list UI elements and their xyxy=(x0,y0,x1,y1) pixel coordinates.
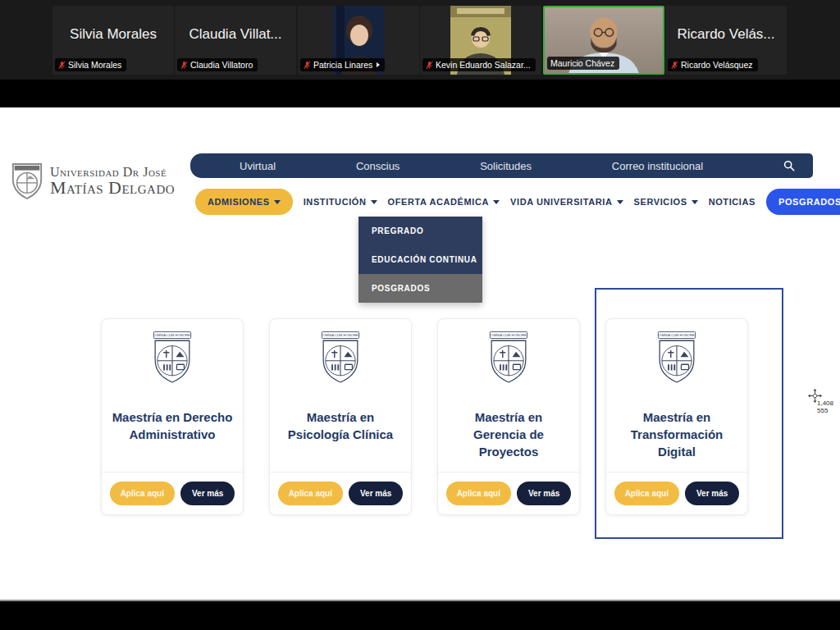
menu-item-noticias[interactable]: NOTICIAS xyxy=(709,197,756,207)
program-title: Maestría en Gerencia de Proyectos xyxy=(438,409,579,460)
participant-name-label: Patricia Linares xyxy=(300,58,385,71)
program-title: Maestría en Derecho Administrativo xyxy=(102,409,243,443)
zoom-meeting-window: Silvia Morales Silvia Morales Claudia Vi… xyxy=(0,0,840,630)
search-icon[interactable] xyxy=(783,160,795,171)
menu-item-vida-universitaria[interactable]: VIDA UNIVERSITARIA xyxy=(510,197,623,207)
apply-here-button[interactable]: Aplica aquí xyxy=(446,482,511,505)
participant-tile-claudia[interactable]: Claudia Villat... Claudia Villatoro xyxy=(175,6,296,75)
apply-here-button[interactable]: Aplica aquí xyxy=(614,482,679,505)
university-logo[interactable]: Universidad Dr José Matías Delgado xyxy=(10,162,175,200)
university-crest-icon: OMNIA CUM HONORE xyxy=(148,330,196,387)
program-card-gerencia-proyectos: OMNIA CUM HONORE Maestría en Gerencia de… xyxy=(437,318,580,515)
svg-text:OMNIA CUM HONORE: OMNIA CUM HONORE xyxy=(491,333,527,337)
participant-tile-patricia[interactable]: Patricia Linares xyxy=(298,6,419,75)
mic-muted-icon xyxy=(58,61,66,70)
mic-muted-icon xyxy=(304,61,311,70)
participant-display-name: Claudia Villat... xyxy=(175,6,296,63)
oferta-academica-dropdown: PREGRADO EDUCACIÓN CONTINUA POSGRADOS xyxy=(358,217,482,303)
link-conscius[interactable]: Conscius xyxy=(356,160,399,172)
dropdown-item-educacion-continua[interactable]: EDUCACIÓN CONTINUA xyxy=(358,245,482,274)
apply-here-button[interactable]: Aplica aquí xyxy=(110,482,175,505)
program-title: Maestría en Transformación Digital xyxy=(606,409,747,460)
svg-text:OMNIA CUM HONORE: OMNIA CUM HONORE xyxy=(659,333,695,337)
participant-display-name: Silvia Morales xyxy=(52,6,174,63)
see-more-button[interactable]: Ver más xyxy=(349,482,403,505)
see-more-button[interactable]: Ver más xyxy=(685,482,739,505)
card-actions: Aplica aquí Ver más xyxy=(606,472,747,514)
participant-display-name: Ricardo Velás... xyxy=(665,6,787,63)
university-seal-icon xyxy=(10,162,44,200)
quick-links-bar: Uvirtual Conscius Solicitudes Correo ins… xyxy=(190,153,813,178)
participant-tile-silvia[interactable]: Silvia Morales Silvia Morales xyxy=(52,6,174,75)
link-uvirtual[interactable]: Uvirtual xyxy=(240,160,276,172)
card-actions: Aplica aquí Ver más xyxy=(438,472,579,514)
participant-name-label: Ricardo Velásquez xyxy=(668,58,758,71)
menu-item-admisiones[interactable]: ADMISIONES xyxy=(195,189,293,215)
svg-text:OMNIA CUM HONORE: OMNIA CUM HONORE xyxy=(322,333,358,337)
chevron-down-icon xyxy=(617,200,623,204)
dropdown-item-pregrado[interactable]: PREGRADO xyxy=(358,217,482,245)
chevron-down-icon xyxy=(692,200,698,204)
program-card-transformacion-digital: OMNIA CUM HONORE Maestría en Transformac… xyxy=(605,318,748,515)
participant-tile-mauricio-active-speaker[interactable]: Mauricio Chávez xyxy=(543,6,664,75)
participant-name-label: Kevin Eduardo Salazar... xyxy=(422,58,536,71)
university-crest-icon: OMNIA CUM HONORE xyxy=(485,330,532,387)
logo-line-2: Matías Delgado xyxy=(50,179,175,197)
university-crest-icon: OMNIA CUM HONORE xyxy=(317,330,364,387)
dropdown-item-posgrados[interactable]: POSGRADOS xyxy=(358,274,482,303)
menu-item-servicios[interactable]: SERVICIOS xyxy=(634,197,698,207)
program-card-psicologia-clinica: OMNIA CUM HONORE Maestría en Psicología … xyxy=(269,318,412,515)
participant-name-label: Mauricio Chávez xyxy=(547,57,619,70)
university-logo-text: Universidad Dr José Matías Delgado xyxy=(50,166,175,198)
participant-strip: Silvia Morales Silvia Morales Claudia Vi… xyxy=(0,0,840,80)
drag-width-value: 1,408 xyxy=(817,399,840,407)
shared-screen-webpage: Universidad Dr José Matías Delgado Uvirt… xyxy=(0,107,840,601)
mic-muted-icon xyxy=(426,61,433,70)
chevron-down-icon xyxy=(493,200,500,204)
svg-text:OMNIA CUM HONORE: OMNIA CUM HONORE xyxy=(154,333,190,337)
mic-muted-icon xyxy=(180,61,188,70)
card-actions: Aplica aquí Ver más xyxy=(270,472,411,514)
university-crest-icon: OMNIA CUM HONORE xyxy=(653,330,701,387)
participant-tile-ricardo[interactable]: Ricardo Velás... Ricardo Velásquez xyxy=(665,6,787,75)
link-solicitudes[interactable]: Solicitudes xyxy=(480,160,532,172)
participant-tile-kevin[interactable]: Kevin Eduardo Salazar... xyxy=(420,6,541,75)
menu-item-institucion[interactable]: INSTITUCIÓN xyxy=(304,197,377,207)
see-more-button[interactable]: Ver más xyxy=(517,482,571,505)
menu-item-posgrados[interactable]: POSGRADOS xyxy=(766,189,840,215)
link-correo-institucional[interactable]: Correo institucional xyxy=(612,160,703,172)
mic-muted-icon xyxy=(671,61,678,70)
cursor-annotation: 1,408 555 xyxy=(808,389,840,414)
chevron-down-icon xyxy=(274,200,281,204)
see-more-button[interactable]: Ver más xyxy=(180,482,235,505)
program-card-derecho-administrativo: OMNIA CUM HONORE Maestría en Derecho Adm… xyxy=(101,318,244,515)
chevron-down-icon xyxy=(371,200,377,204)
more-options-icon xyxy=(377,62,380,67)
participant-name-label: Claudia Villatoro xyxy=(177,58,258,71)
card-actions: Aplica aquí Ver más xyxy=(102,472,243,514)
drag-height-value: 555 xyxy=(817,407,840,414)
menu-item-oferta-academica[interactable]: OFERTA ACADÉMICA xyxy=(388,197,500,207)
participant-name-label: Silvia Morales xyxy=(55,58,126,71)
main-menu: ADMISIONES INSTITUCIÓN OFERTA ACADÉMICA … xyxy=(195,186,840,217)
program-title: Maestría en Psicología Clínica xyxy=(270,409,411,443)
apply-here-button[interactable]: Aplica aquí xyxy=(278,482,343,505)
drag-size-readout: 1,408 555 xyxy=(817,399,840,414)
